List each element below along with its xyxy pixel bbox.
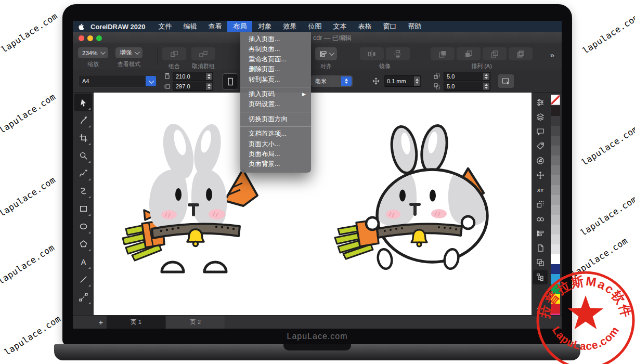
menu-文件[interactable]: 文件	[152, 21, 177, 32]
back-one-button[interactable]	[509, 47, 533, 60]
ellipse-tool[interactable]	[74, 217, 92, 235]
duplicate-x-stepper[interactable]	[483, 73, 489, 80]
drawing-rabbit-right[interactable]	[335, 123, 489, 270]
view-mode-select[interactable]: 增强	[115, 47, 142, 58]
menu-位图[interactable]: 位图	[302, 21, 327, 32]
menu-item[interactable]: 删除页面...	[240, 64, 311, 74]
duplicate-x-field[interactable]: 5.0	[444, 72, 490, 81]
page-width-field[interactable]: 210.0	[173, 72, 213, 81]
duplicate-y-field[interactable]: 5.0	[444, 82, 490, 91]
to-back-button[interactable]	[457, 47, 481, 60]
treat-as-filled-button[interactable]	[498, 74, 514, 88]
color-swatch[interactable]	[551, 165, 560, 175]
color-swatch[interactable]	[551, 215, 560, 225]
apple-logo-icon[interactable]	[73, 23, 88, 31]
freehand-tool[interactable]	[74, 164, 92, 182]
menu-item[interactable]: 再制页面...	[240, 44, 311, 54]
color-swatch[interactable]	[551, 155, 560, 165]
menu-item[interactable]: 重命名页面...	[240, 55, 311, 64]
menu-item[interactable]: 切换页面方向	[240, 114, 311, 124]
menu-效果[interactable]: 效果	[277, 21, 302, 32]
export-docker-button[interactable]	[533, 241, 548, 255]
line-tool[interactable]	[74, 270, 92, 288]
polygon-tool[interactable]	[74, 235, 92, 253]
menu-编辑[interactable]: 编辑	[177, 21, 202, 32]
objects-docker-button[interactable]	[533, 110, 548, 124]
close-window-button[interactable]	[79, 35, 84, 41]
coordinates-docker-button[interactable]: XY	[533, 183, 548, 197]
color-swatch[interactable]	[551, 136, 560, 146]
color-swatch[interactable]	[551, 106, 560, 116]
add-page-button[interactable]: +	[96, 316, 106, 329]
units-select[interactable]: 毫米	[311, 75, 353, 87]
shape-tool[interactable]	[74, 111, 92, 129]
page-width-stepper[interactable]	[206, 73, 212, 80]
step-and-repeat-docker-button[interactable]	[533, 197, 548, 212]
minimize-window-button[interactable]	[87, 35, 93, 41]
menu-item[interactable]: 转到某页...	[240, 75, 311, 85]
to-front-button[interactable]	[431, 47, 455, 60]
menu-item[interactable]: 页面背景...	[240, 159, 311, 169]
menu-文本[interactable]: 文本	[327, 21, 352, 32]
page-height-field[interactable]: 297.0	[173, 82, 213, 91]
menu-item[interactable]: 页面大小...	[240, 139, 311, 149]
drawing-canvas[interactable]	[94, 93, 532, 315]
menu-表格[interactable]: 表格	[352, 21, 377, 32]
artistic-media-tool[interactable]	[74, 182, 92, 200]
mirror-horizontal-button[interactable]	[360, 47, 384, 60]
menu-查看[interactable]: 查看	[202, 21, 227, 32]
color-swatch[interactable]	[551, 205, 560, 215]
symbols-docker-button[interactable]	[533, 153, 548, 168]
menu-item[interactable]: 页码设置...	[240, 99, 311, 109]
menu-item[interactable]: 插入页面...	[240, 34, 311, 44]
app-name[interactable]: CorelDRAW 2020	[88, 23, 152, 31]
drawing-rabbit-left[interactable]	[123, 121, 257, 272]
page-tab[interactable]: 页 1	[107, 316, 166, 329]
find-and-replace-docker-button[interactable]	[533, 212, 548, 226]
menu-对象[interactable]: 对象	[252, 21, 277, 32]
crop-tool[interactable]	[74, 129, 92, 147]
color-swatch[interactable]	[551, 126, 560, 136]
menu-窗口[interactable]: 窗口	[377, 21, 402, 32]
transform-docker-button[interactable]	[533, 168, 548, 183]
color-swatch[interactable]	[551, 244, 560, 254]
ungroup-button[interactable]	[191, 47, 215, 60]
zoom-tool[interactable]	[74, 147, 92, 164]
page-height-stepper[interactable]	[206, 83, 212, 90]
pick-tool[interactable]	[74, 94, 92, 111]
menu-item[interactable]: 页面布局...	[240, 149, 311, 159]
group-button[interactable]	[162, 47, 186, 60]
nudge-distance-field[interactable]: 0.1 mm	[384, 75, 421, 87]
color-swatch[interactable]	[551, 146, 560, 155]
connector-tool[interactable]	[74, 288, 92, 306]
no-color-swatch[interactable]	[551, 95, 560, 105]
zoom-window-button[interactable]	[96, 35, 102, 41]
page-tab[interactable]: 页 2	[166, 316, 225, 329]
toolbar-overflow-button[interactable]: »	[550, 50, 554, 59]
menu-item[interactable]: 插入页码▶	[240, 89, 311, 99]
color-swatch[interactable]	[551, 254, 560, 264]
object-styles-docker-button[interactable]	[533, 139, 548, 153]
color-swatch[interactable]	[551, 185, 560, 195]
color-swatch[interactable]	[551, 116, 560, 126]
properties-docker-button[interactable]	[533, 95, 548, 110]
color-swatch[interactable]	[551, 225, 560, 235]
nudge-stepper[interactable]	[414, 76, 420, 86]
color-swatch[interactable]	[551, 195, 560, 205]
shaping-docker-button[interactable]	[533, 255, 548, 270]
duplicate-y-stepper[interactable]	[483, 83, 489, 90]
portrait-orientation-button[interactable]	[223, 73, 238, 90]
zoom-level-select[interactable]: 234%	[78, 47, 108, 58]
menu-帮助[interactable]: 帮助	[402, 21, 427, 32]
alignment-docker-button[interactable]	[533, 226, 548, 241]
rectangle-tool[interactable]	[74, 200, 92, 217]
comments-docker-button[interactable]	[533, 124, 548, 139]
menu-布局[interactable]: 布局	[227, 21, 252, 32]
mirror-vertical-button[interactable]	[386, 47, 410, 60]
forward-one-button[interactable]	[483, 47, 507, 60]
align-button[interactable]	[315, 47, 337, 60]
color-swatch[interactable]	[551, 175, 560, 185]
color-swatch[interactable]	[551, 235, 560, 244]
menu-item[interactable]: 文档首选项...	[240, 129, 311, 139]
text-tool[interactable]: A	[74, 253, 92, 270]
